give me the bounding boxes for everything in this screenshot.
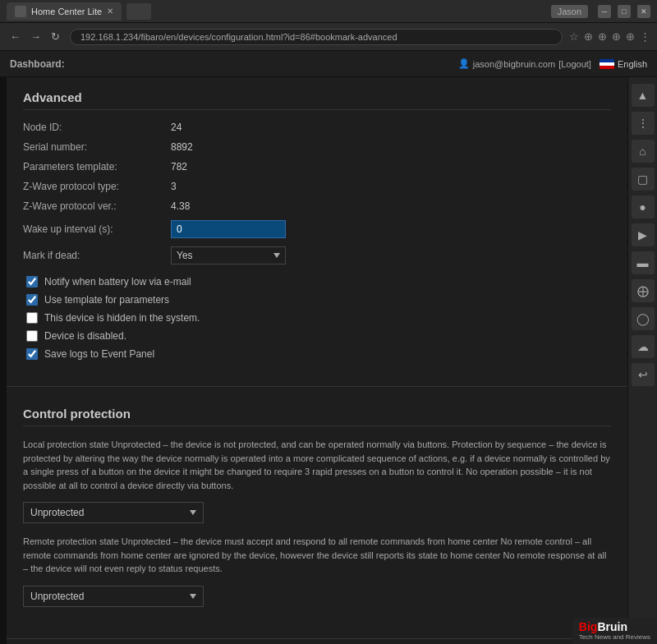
battery-checkbox-label[interactable]: Notify when battery low via e-mail <box>44 276 191 288</box>
tab-label: Home Center Lite <box>31 7 102 16</box>
advanced-title: Advanced <box>23 90 611 110</box>
sidebar-grid-button[interactable]: ⋮ <box>632 112 655 135</box>
local-protection-desc: Local protection state Unprotected – the… <box>23 438 611 492</box>
checkboxes-group: Notify when battery low via e-mail Use t… <box>23 276 611 360</box>
hidden-checkbox[interactable] <box>26 312 38 324</box>
watermark-brand-red: Big <box>579 620 598 633</box>
star-icon[interactable]: ☆ <box>569 30 579 43</box>
disabled-checkbox-row: Device is disabled. <box>23 330 611 342</box>
template-checkbox-label[interactable]: Use template for parameters <box>44 294 169 306</box>
new-tab-button[interactable] <box>126 3 151 20</box>
logout-link[interactable]: [Logout] <box>558 59 591 69</box>
address-input[interactable] <box>70 29 563 45</box>
params-template-label: Parameters template: <box>23 161 171 172</box>
node-id-row: Node ID: 24 <box>23 122 611 133</box>
language-label: English <box>618 59 647 69</box>
params-template-row: Parameters template: 782 <box>23 161 611 172</box>
node-id-label: Node ID: <box>23 122 171 133</box>
logs-checkbox-row: Save logs to Event Panel <box>23 348 611 360</box>
address-bar: ← → ↻ ☆ ⊕ ⊕ ⊕ ⊕ ⋮ <box>0 23 657 51</box>
logs-checkbox[interactable] <box>26 348 38 360</box>
maximize-button[interactable]: □ <box>618 5 631 18</box>
user-info: 👤 jason@bigbruin.com [Logout] <box>458 58 591 69</box>
forward-button[interactable]: → <box>27 29 44 44</box>
title-bar-left: Home Center Lite ✕ <box>7 2 151 21</box>
window-controls: ─ □ ✕ <box>598 5 650 18</box>
template-checkbox[interactable] <box>26 294 38 306</box>
remote-protection-desc: Remote protection state Unprotected – th… <box>23 535 611 576</box>
sidebar-home-button[interactable]: ⌂ <box>632 140 655 163</box>
refresh-button[interactable]: ↻ <box>48 29 63 44</box>
logs-checkbox-label[interactable]: Save logs to Event Panel <box>44 348 154 360</box>
divider-2 <box>7 638 627 639</box>
node-id-value: 24 <box>171 122 181 133</box>
top-nav: Dashboard: 👤 jason@bigbruin.com [Logout]… <box>0 51 657 77</box>
sidebar-scenes-button[interactable]: ▢ <box>632 168 655 191</box>
control-protection-section: Control protection Local protection stat… <box>7 393 627 632</box>
zwave-protocol-row: Z-Wave protocol type: 3 <box>23 181 611 192</box>
left-accent <box>0 77 7 644</box>
tab-favicon <box>15 6 26 17</box>
mark-dead-row: Mark if dead: Yes No <box>23 246 611 264</box>
tab-close-button[interactable]: ✕ <box>107 7 113 16</box>
ext-icon-3[interactable]: ⊕ <box>612 30 621 43</box>
title-bar-right: Jason ─ □ ✕ <box>551 5 650 18</box>
main-layout: Advanced Node ID: 24 Serial number: 8892… <box>0 77 657 644</box>
sidebar-up-button[interactable]: ▲ <box>632 84 655 107</box>
menu-icon[interactable]: ⋮ <box>640 30 650 43</box>
mark-dead-select[interactable]: Yes No <box>171 246 286 264</box>
user-icon: 👤 <box>458 58 470 69</box>
sidebar-chart-button[interactable]: ▬ <box>632 251 655 274</box>
sidebar-back-button[interactable]: ↩ <box>632 363 655 386</box>
ext-icon-4[interactable]: ⊕ <box>626 30 635 43</box>
watermark-brand: BigBruin <box>579 621 650 633</box>
top-nav-right: 👤 jason@bigbruin.com [Logout] English <box>458 58 647 69</box>
hidden-checkbox-label[interactable]: This device is hidden in the system. <box>44 312 200 324</box>
content-area: Advanced Node ID: 24 Serial number: 8892… <box>7 77 627 644</box>
zwave-protocol-label: Z-Wave protocol type: <box>23 181 171 192</box>
sidebar-cloud-button[interactable]: ☁ <box>632 335 655 358</box>
disabled-checkbox[interactable] <box>26 330 38 342</box>
local-protection-select[interactable]: Unprotected Protection by sequence No op… <box>23 502 204 523</box>
remote-protection-select[interactable]: Unprotected No remote control No remote … <box>23 586 204 607</box>
flag-icon <box>600 59 614 69</box>
template-checkbox-row: Use template for parameters <box>23 294 611 306</box>
mark-dead-label: Mark if dead: <box>23 250 171 261</box>
battery-checkbox[interactable] <box>26 276 38 288</box>
watermark-tagline: Tech News and Reviews <box>579 633 650 641</box>
close-button[interactable]: ✕ <box>637 5 650 18</box>
ext-icon-1[interactable]: ⊕ <box>584 30 593 43</box>
params-template-value: 782 <box>171 161 187 172</box>
watermark: BigBruin Tech News and Reviews <box>572 618 657 644</box>
wakeup-input[interactable] <box>171 220 286 238</box>
divider-1 <box>7 386 627 387</box>
zwave-ver-label: Z-Wave protocol ver.: <box>23 200 171 212</box>
dashboard-label: Dashboard: <box>10 58 65 70</box>
nav-buttons: ← → ↻ <box>7 29 63 44</box>
zwave-ver-value: 4.38 <box>171 200 190 212</box>
back-button[interactable]: ← <box>7 29 24 44</box>
zwave-ver-row: Z-Wave protocol ver.: 4.38 <box>23 200 611 212</box>
disabled-checkbox-label[interactable]: Device is disabled. <box>44 330 126 342</box>
ext-icon-2[interactable]: ⊕ <box>598 30 607 43</box>
browser-toolbar-icons: ☆ ⊕ ⊕ ⊕ ⊕ ⋮ <box>569 30 650 43</box>
sidebar-settings-button[interactable]: ◯ <box>632 307 655 330</box>
zwave-protocol-value: 3 <box>171 181 177 192</box>
title-bar: Home Center Lite ✕ Jason ─ □ ✕ <box>0 0 657 23</box>
browser-tab[interactable]: Home Center Lite ✕ <box>7 2 122 21</box>
wakeup-label: Wake up interval (s): <box>23 223 171 235</box>
serial-row: Serial number: 8892 <box>23 141 611 153</box>
right-sidebar: ▲ ⋮ ⌂ ▢ ● ▶ ▬ ⨁ ◯ ☁ ↩ <box>627 77 657 644</box>
battery-checkbox-row: Notify when battery low via e-mail <box>23 276 611 288</box>
watermark-brand-white: Bruin <box>597 620 627 633</box>
control-protection-title: Control protection <box>23 407 611 426</box>
advanced-section: Advanced Node ID: 24 Serial number: 8892… <box>7 77 627 380</box>
wakeup-row: Wake up interval (s): <box>23 220 611 238</box>
sidebar-add-button[interactable]: ⨁ <box>632 279 655 302</box>
sidebar-play-button[interactable]: ▶ <box>632 223 655 246</box>
minimize-button[interactable]: ─ <box>598 5 611 18</box>
user-email: jason@bigbruin.com <box>473 59 555 69</box>
language-selector[interactable]: English <box>600 59 647 69</box>
window-user-label: Jason <box>551 5 588 18</box>
sidebar-devices-button[interactable]: ● <box>632 196 655 218</box>
